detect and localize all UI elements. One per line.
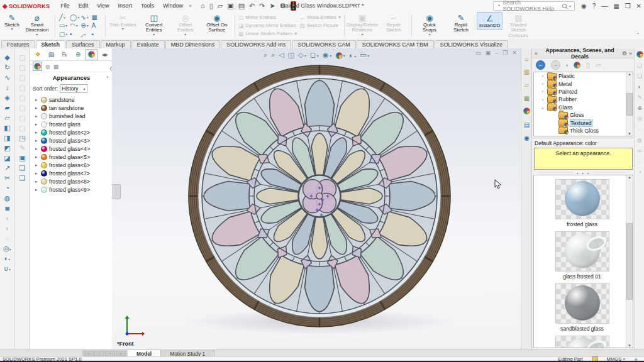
- appearance-list-item[interactable]: ▸ frosted glass<4>: [30, 145, 113, 153]
- ribbon-row-button[interactable]: ↔ Move Entities ▾: [299, 13, 341, 21]
- ghost-cube-icon[interactable]: ▢: [15, 123, 30, 133]
- design-library-tab[interactable]: ▥: [521, 68, 532, 76]
- menu-item[interactable]: Tools: [136, 1, 158, 10]
- boundary-surface-icon[interactable]: ◈▾: [0, 92, 14, 102]
- filled-surface-icon[interactable]: ▰▾: [0, 102, 14, 112]
- expand-caret-icon[interactable]: ▸: [35, 122, 39, 127]
- rose-window-model[interactable]: [187, 64, 452, 328]
- file-explorer-tab[interactable]: ▱: [521, 81, 532, 89]
- close-icon[interactable]: ✕: [636, 3, 641, 9]
- thicken-icon[interactable]: ◙▾: [0, 203, 14, 213]
- command-tab[interactable]: SOLIDWORKS CAM TBM: [357, 40, 434, 48]
- knit-surface-icon[interactable]: ◍▾: [0, 193, 14, 203]
- sphere-tool-icon[interactable]: ◌: [635, 126, 644, 133]
- extend-surface-icon[interactable]: ↗▾: [0, 163, 14, 173]
- graphics-viewport[interactable]: ⌕ ▾ ⌕ ▾ ◁ ▾ ◫ ▾ ◇ ▾ ◻ ▾ ◉ ▾ ▾ ◐ ▾: [112, 48, 521, 349]
- tree-node[interactable]: ⌄ Glass: [534, 104, 633, 111]
- expand-caret-icon[interactable]: ▸: [35, 187, 39, 192]
- ghost-cube-icon[interactable]: ▢: [15, 102, 30, 112]
- propertymanager-tab[interactable]: ▤: [45, 49, 57, 60]
- chamfer-surface-icon[interactable]: ◗▾: [0, 223, 14, 233]
- fillet-surface-icon[interactable]: ◖▾: [0, 213, 14, 223]
- appearance-thumbnail[interactable]: sandblasted glass: [540, 283, 624, 332]
- swept-surface-icon[interactable]: ∿▾: [0, 72, 14, 82]
- copy-appearance-icon[interactable]: ❏: [15, 163, 30, 173]
- command-tab[interactable]: SOLIDWORKS Visualize: [435, 40, 508, 48]
- print-icon[interactable]: ▤: [238, 2, 245, 10]
- zoom-area-icon[interactable]: ⌕ ▾: [271, 51, 275, 59]
- appearance-list-item[interactable]: ▸ frosted glass<3>: [30, 136, 113, 145]
- appearance-list-item[interactable]: ▸ tan sandstone: [30, 104, 113, 112]
- ghost-cube-icon[interactable]: ▢: [15, 112, 30, 123]
- dropdown-caret-icon[interactable]: ▾: [65, 32, 67, 36]
- ribbon-button[interactable]: ◎ Offset Entities ▾: [170, 12, 201, 38]
- ribbon-button[interactable]: ◉ Quick Snaps ▾: [414, 12, 445, 38]
- planar-surface-icon[interactable]: ▱▾: [0, 112, 14, 123]
- command-tab[interactable]: Markup: [101, 40, 131, 48]
- paste-appearance-icon[interactable]: ❏: [635, 72, 644, 80]
- delete-face-icon[interactable]: ◩▾: [0, 143, 14, 153]
- doc-close-icon[interactable]: ✕: [512, 50, 517, 56]
- back-button[interactable]: ←: [536, 60, 545, 70]
- command-tab[interactable]: SOLIDWORKS CAM: [292, 40, 356, 48]
- traffic-light-icon[interactable]: [291, 1, 296, 11]
- search-icon[interactable]: [562, 4, 567, 8]
- appearance-list-item[interactable]: ▸ frosted glass<9>: [30, 185, 113, 194]
- paste-appearance-icon[interactable]: ❏: [15, 173, 30, 183]
- tree-node[interactable]: Gloss: [534, 111, 633, 119]
- pane-left-icon[interactable]: ▭: [475, 50, 481, 56]
- dropdown-caret-icon[interactable]: ▾: [428, 33, 430, 36]
- previous-view-icon[interactable]: ◁ ▾: [279, 51, 284, 59]
- dropdown-caret-icon[interactable]: ▾: [87, 23, 89, 28]
- tree-caret-icon[interactable]: ›: [540, 97, 545, 102]
- trim-surface-icon[interactable]: ✂▾: [0, 173, 14, 183]
- view-scene-lights-button[interactable]: ▦: [53, 63, 59, 70]
- text-tool[interactable]: A ▾: [92, 21, 101, 30]
- command-tab[interactable]: MBD Dimensions: [165, 40, 221, 48]
- ribbon-row-button[interactable]: ◫ Mirror Entities ▾: [238, 13, 297, 21]
- extruded-surface-icon[interactable]: ◆▾: [0, 52, 14, 62]
- menu-item[interactable]: Edit: [74, 1, 93, 10]
- appearance-list-item[interactable]: ▸ sandstone: [30, 96, 113, 104]
- dropdown-caret-icon[interactable]: ▾: [87, 15, 89, 19]
- expand-caret-icon[interactable]: ▸: [35, 97, 39, 102]
- menu-item[interactable]: Insert: [114, 1, 137, 10]
- ghost-cube-icon[interactable]: ▢: [15, 52, 30, 62]
- appearance-list-item[interactable]: ▸ frosted glass<2>: [30, 128, 113, 136]
- slot-tool[interactable]: ▢ ▾: [59, 30, 69, 38]
- ghost-cube-icon[interactable]: ▢: [15, 62, 30, 72]
- target-icon[interactable]: ⊕: [635, 104, 644, 112]
- open-icon[interactable]: ▱: [218, 2, 223, 10]
- undo-icon[interactable]: ↶: [249, 2, 255, 10]
- monitor-icon[interactable]: ▣: [15, 153, 30, 163]
- ribbon-button[interactable]: ✎ Rapid Sketch ▾: [445, 12, 477, 35]
- view-decals-button[interactable]: ◍: [45, 63, 50, 70]
- edit-appearance-icon[interactable]: [635, 51, 644, 58]
- home-icon[interactable]: ⌂: [201, 2, 205, 9]
- zoom-fit-icon[interactable]: ⌕ ▾: [264, 51, 267, 59]
- tree-caret-icon[interactable]: ›: [540, 82, 545, 86]
- delete-icon[interactable]: ▯: [586, 61, 590, 69]
- menu-item[interactable]: Window: [158, 1, 187, 10]
- edit-decal-icon[interactable]: ✎: [635, 94, 644, 101]
- dropdown-caret-icon[interactable]: ▾: [84, 32, 86, 36]
- ghost-cube-icon[interactable]: ▢: [15, 82, 30, 92]
- ribbon-button[interactable]: ✂ Trim Entities ▾: [108, 12, 138, 32]
- help-search-box[interactable]: ◔ Search SOLIDWORKS Help ▾: [493, 1, 575, 11]
- restore-icon[interactable]: ❐: [625, 3, 631, 9]
- tree-caret-icon[interactable]: ⌄: [540, 105, 545, 110]
- expand-caret-icon[interactable]: ▸: [35, 130, 39, 135]
- appearance-list-item[interactable]: ▸ frosted glass<8>: [30, 177, 113, 185]
- spline-tool[interactable]: ∿ ▾: [80, 13, 90, 21]
- ellipse-tool[interactable]: ⊖ ▾: [80, 21, 90, 30]
- fillet-tool[interactable]: ◞ ▾: [80, 30, 90, 38]
- ghost-cube-icon[interactable]: ▢: [15, 92, 30, 102]
- appearance-thumbnail[interactable]: glass frosted 01: [540, 231, 624, 280]
- appearance-thumbnail[interactable]: glass sandblasted 01: [540, 336, 624, 348]
- dropdown-caret-icon[interactable]: ▾: [361, 33, 363, 36]
- command-tab[interactable]: Evaluate: [131, 40, 165, 48]
- expand-caret-icon[interactable]: ▸: [35, 163, 39, 168]
- view-appearances-button[interactable]: [33, 62, 42, 71]
- dropdown-caret-icon[interactable]: ▾: [36, 33, 38, 36]
- forward-button[interactable]: →: [551, 60, 560, 70]
